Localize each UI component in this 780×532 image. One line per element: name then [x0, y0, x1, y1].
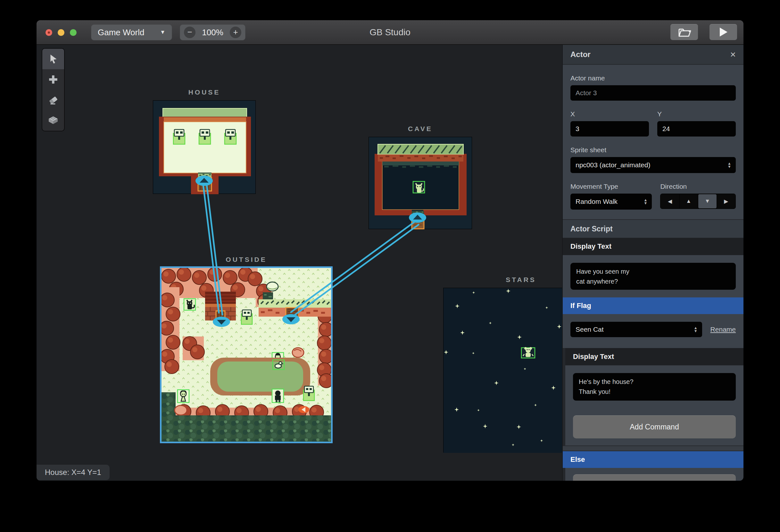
direction-button-group: ◀ ▲ ▼ ▶: [660, 194, 736, 209]
scene-house[interactable]: HOUSE: [153, 100, 256, 194]
panel-title: Actor: [571, 50, 591, 59]
scene-stars[interactable]: STARS: [443, 288, 562, 452]
display-text-2-input[interactable]: He's by the house? Thank you!: [573, 373, 736, 401]
movement-type-label: Movement Type: [571, 183, 652, 191]
direction-up-button[interactable]: ▲: [680, 194, 698, 208]
cursor-icon: [48, 53, 59, 64]
brick-icon: [47, 115, 59, 126]
hover-status: House: X=4 Y=1: [37, 465, 110, 480]
eraser-icon: [48, 95, 59, 105]
if-flag-false-branch: [563, 468, 743, 481]
panel-header: Actor ×: [563, 45, 743, 65]
add-command-button-clipped[interactable]: [573, 474, 736, 481]
if-flag-controls: Seen Cat ▲▼ Rename: [563, 314, 743, 348]
direction-right-button[interactable]: ▶: [717, 194, 735, 208]
actor-name-input[interactable]: [571, 85, 736, 101]
direction-label: Direction: [660, 183, 736, 191]
select-tool-button[interactable]: [42, 49, 64, 69]
play-icon: [719, 27, 728, 37]
event-display-text-1-body: Have you seen my cat anywhere?: [563, 255, 743, 297]
direction-left-button[interactable]: ◀: [661, 194, 679, 208]
y-input[interactable]: [657, 121, 736, 137]
outside-sign-2[interactable]: [303, 386, 314, 401]
scene-house-title: HOUSE: [153, 89, 255, 96]
outside-sign-1[interactable]: [241, 310, 252, 324]
scene-cave[interactable]: CAVE: [369, 137, 472, 229]
event-display-text-2-body: He's by the house? Thank you!: [565, 365, 743, 408]
tool-palette: [42, 48, 65, 131]
select-spinner-icon: ▲▼: [694, 326, 698, 333]
event-display-text-1-header[interactable]: Display Text: [563, 238, 743, 255]
direction-down-button[interactable]: ▼: [698, 194, 716, 208]
add-tool-button[interactable]: [42, 69, 64, 90]
actor-editor-panel: Actor × Actor name X Y Sprite sheet npc0…: [562, 45, 743, 481]
app-title: GB Studio: [37, 20, 743, 44]
run-game-button[interactable]: [710, 24, 737, 40]
app-window: Game World ▼ − 100% + GB Studio: [37, 20, 743, 481]
select-spinner-icon: ▲▼: [644, 198, 648, 205]
open-project-button[interactable]: [670, 24, 698, 40]
if-flag-true-branch: Display Text He's by the house? Thank yo…: [563, 348, 743, 445]
collisions-tool-button[interactable]: [42, 110, 64, 131]
stars-bear-actor[interactable]: [521, 347, 535, 358]
outside-person-actor[interactable]: [272, 389, 284, 402]
add-command-area: Add Command: [565, 408, 743, 445]
sprite-sheet-select[interactable]: npc003 (actor_animated) ▲▼: [571, 157, 736, 173]
rename-flag-link[interactable]: Rename: [711, 326, 736, 333]
world-canvas[interactable]: HOUSE: [37, 45, 562, 481]
scene-outside[interactable]: OUTSIDE: [161, 268, 331, 442]
folder-icon: [677, 26, 691, 38]
sprite-sheet-value: npc003 (actor_animated): [576, 161, 650, 169]
event-display-text-2-header[interactable]: Display Text: [565, 348, 743, 365]
add-command-button[interactable]: Add Command: [573, 415, 736, 438]
movement-type-value: Random Walk: [576, 198, 618, 205]
y-label: Y: [657, 110, 736, 118]
flag-select[interactable]: Seen Cat ▲▼: [571, 322, 702, 337]
select-spinner-icon: ▲▼: [727, 162, 731, 168]
close-icon[interactable]: ×: [730, 50, 736, 59]
outside-girl-actor[interactable]: [178, 390, 189, 402]
actor-form: Actor name X Y Sprite sheet npc003 (acto…: [563, 75, 743, 219]
scene-stars-title: STARS: [443, 276, 562, 284]
scene-cave-title: CAVE: [369, 125, 472, 133]
x-label: X: [571, 110, 649, 118]
outside-cat-actor[interactable]: [184, 299, 195, 310]
display-text-1-input[interactable]: Have you seen my cat anywhere?: [571, 263, 736, 290]
flag-value: Seen Cat: [576, 326, 604, 333]
x-input[interactable]: [571, 121, 649, 137]
scene-outside-title: OUTSIDE: [161, 256, 331, 263]
movement-type-select[interactable]: Random Walk ▲▼: [571, 194, 652, 209]
event-if-flag-header[interactable]: If Flag: [563, 297, 743, 314]
else-command-area: [565, 468, 743, 481]
section-divider: [563, 445, 743, 451]
player-start-marker[interactable]: [298, 406, 309, 413]
cave-cat-actor[interactable]: [413, 181, 425, 193]
titlebar: Game World ▼ − 100% + GB Studio: [37, 20, 743, 45]
eraser-tool-button[interactable]: [42, 90, 64, 110]
event-else-header[interactable]: Else: [563, 451, 743, 468]
sprite-sheet-label: Sprite sheet: [571, 146, 736, 154]
actor-script-header: Actor Script: [563, 219, 743, 238]
plus-icon: [48, 74, 59, 85]
actor-name-label: Actor name: [571, 75, 736, 83]
